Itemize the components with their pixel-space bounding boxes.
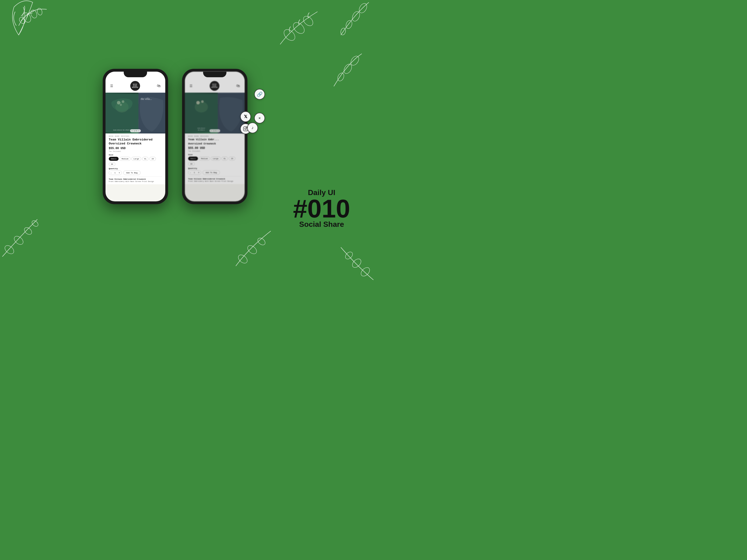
content-area: ☰ BOOKBABEDESIGNS 🛍 bbox=[0, 0, 374, 280]
svg-point-37 bbox=[247, 127, 247, 128]
product-details-1: BOOK BABE DESIGNS Team Villain Embroider… bbox=[105, 133, 165, 184]
svg-point-36 bbox=[244, 128, 246, 130]
sweatshirt-text: team whoever the villain is bbox=[113, 129, 131, 131]
brand-name-1: BOOK BABE DESIGNS bbox=[109, 135, 162, 137]
quantity-label-1: Quantity bbox=[109, 167, 162, 170]
qty-value-1: 1 bbox=[113, 171, 117, 175]
product-image-right-1: the villa... bbox=[138, 92, 165, 133]
phone-frame-2: ☰ BOOKBABEDESIGNS 🛍 bbox=[182, 69, 248, 204]
size-options-1: Small Medium Large XL 2X bbox=[109, 157, 162, 161]
daily-ui-number: #010 bbox=[293, 197, 350, 220]
size-xl-1[interactable]: XL bbox=[142, 157, 149, 161]
close-share-button[interactable]: ✕ bbox=[254, 113, 265, 124]
logo-text-1: BOOKBABEDESIGNS bbox=[132, 83, 138, 88]
size-options-row2-1: 3X bbox=[109, 162, 162, 166]
product-description-1: Team Villain Embroidered Crewneck Front … bbox=[109, 177, 162, 183]
product-images-1: team whoever the villain is the villa...… bbox=[105, 92, 165, 133]
size-3x-1[interactable]: 3X bbox=[109, 162, 115, 166]
size-small-1[interactable]: Small bbox=[109, 157, 119, 161]
phone-notch-1 bbox=[124, 72, 147, 77]
villain-text-overlay: the villa... bbox=[141, 97, 152, 101]
phone-frame-1: ☰ BOOKBABEDESIGNS 🛍 bbox=[103, 69, 168, 204]
size-medium-1[interactable]: Medium bbox=[120, 157, 130, 161]
qty-plus-1[interactable]: + bbox=[117, 171, 122, 175]
daily-ui-subtitle: Social Share bbox=[293, 220, 350, 229]
tax-note-1: Tax Included. bbox=[109, 151, 162, 152]
hamburger-icon-1[interactable]: ☰ bbox=[110, 84, 113, 88]
size-label-1: Size bbox=[109, 154, 162, 156]
qty-minus-1[interactable]: - bbox=[109, 171, 113, 175]
product-title-1: Team Villain Embroidered Oversized Crewn… bbox=[109, 138, 162, 146]
qty-control-1: - 1 + bbox=[109, 170, 122, 175]
social-buttons-group: 🔗 𝕏 ✕ bbox=[242, 98, 253, 161]
daily-ui-section: Daily UI #010 Social Share bbox=[293, 188, 350, 229]
social-share-overlay: 🔗 𝕏 ✕ bbox=[182, 69, 248, 204]
size-large-1[interactable]: Large bbox=[131, 157, 141, 161]
tiktok-button[interactable]: ♪ bbox=[247, 123, 258, 133]
product-image-left-1: team whoever the villain is bbox=[105, 92, 138, 133]
desc-title-1: Team Villain Embroidered Crewneck bbox=[109, 178, 162, 180]
phones-container: ☰ BOOKBABEDESIGNS 🛍 bbox=[103, 69, 248, 204]
copy-link-button[interactable]: 🔗 bbox=[254, 89, 265, 100]
phone-screen-1: ☰ BOOKBABEDESIGNS 🛍 bbox=[105, 72, 165, 202]
size-2x-1[interactable]: 2X bbox=[149, 157, 156, 161]
twitter-button[interactable]: 𝕏 bbox=[240, 111, 251, 122]
image-counter-1: < 1/4 > bbox=[130, 129, 141, 132]
product-price-1: $55.00 USD bbox=[109, 147, 162, 150]
quantity-row-1: - 1 + Add To Bag bbox=[109, 170, 162, 175]
add-to-bag-1[interactable]: Add To Bag bbox=[123, 170, 140, 175]
logo-1: BOOKBABEDESIGNS bbox=[130, 81, 140, 91]
bag-icon-1[interactable]: 🛍 bbox=[157, 84, 161, 88]
desc-text-1: Front Embroidery With Back Screen Print … bbox=[109, 181, 162, 183]
